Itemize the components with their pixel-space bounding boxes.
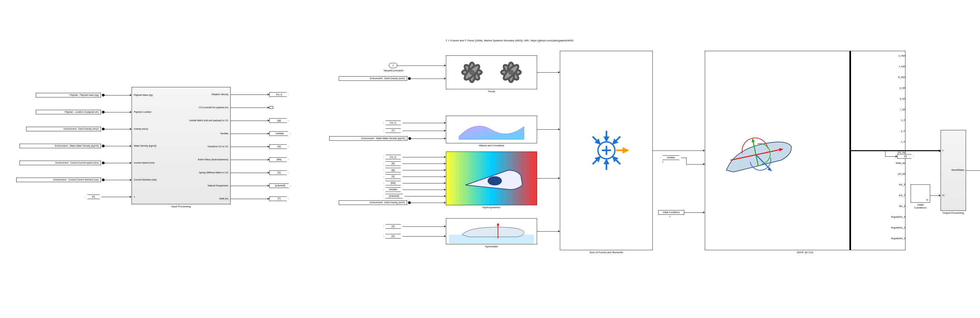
input-processing-label: Input Processing <box>132 205 230 208</box>
from-H-hyd[interactable]: [H] <box>383 161 403 166</box>
thrust-label: Thrust <box>446 90 537 93</box>
ip-out-addedmass: Added Mass (Hydrodynamcis) <box>198 158 228 161</box>
6dof-label: 6DOF (In CO) <box>705 251 905 254</box>
from-T-waves[interactable]: [T] <box>383 128 403 133</box>
ic-port: IC <box>926 199 929 201</box>
const-current-speed[interactable]: Environment . Current.Current speed (m/s… <box>19 161 101 165</box>
const-water-density[interactable]: Environment . Water.Water Density (kg/m3… <box>19 144 101 148</box>
mux-label-u_mps: u_mps <box>801 54 905 57</box>
boat-float-icon <box>446 219 537 244</box>
goto-G[interactable]: [G] <box>269 170 289 175</box>
ip-out-cg: CG corrected for payload (m) <box>199 106 228 108</box>
propeller-icon <box>446 56 537 89</box>
const-payload-mass[interactable]: Payload . Payload mass (kg) <box>36 93 101 97</box>
svg-marker-38 <box>767 167 772 172</box>
const-payload-loc[interactable]: Payload . Location of payload (m) <box>36 110 101 114</box>
mux-label-AngularAcc_Z: AngularAcc_Z <box>801 237 905 240</box>
dot-icon <box>102 145 105 147</box>
from-Inertials-6dof[interactable]: Inertials <box>660 156 681 160</box>
waves-block[interactable]: Waves and Crossflow <box>446 116 537 143</box>
const-gravity-thrust[interactable]: Environment . Earth.Gravity (m/s2) <box>339 76 407 81</box>
bus-line <box>851 150 939 151</box>
from-X-hs[interactable]: [X] <box>383 224 403 229</box>
inertials-down-icon: ⇩ <box>662 161 664 163</box>
from-G-hs[interactable]: [G] <box>383 234 403 238</box>
const-gravity[interactable]: Environment . Earth.Gravity (m/s2) <box>26 127 101 131</box>
ip-in-cs: Current Speed (m/s) <box>134 162 154 164</box>
from-w3w4w5-hyd[interactable]: [w3w4w5] <box>383 194 405 199</box>
const-waterdensity-waves[interactable]: Environment . Water.Water Density (kg/m3… <box>329 136 407 141</box>
mux-label-v_mps: v_mps <box>801 65 905 67</box>
ip-out-spring: Spring Stiffness Matrix in CO <box>199 172 228 174</box>
mux-label-Acc_Y: Acc_Y <box>801 194 905 197</box>
hydrostatic-label: Hydrostatic <box>446 245 537 248</box>
dot-icon <box>102 178 105 181</box>
from-nu-r-waves[interactable]: [nu_r] <box>383 121 403 125</box>
svg-marker-32 <box>624 149 627 153</box>
mux-label-q_rps: q_rps <box>801 97 905 100</box>
ip-out-draft: Draft (m) <box>219 197 228 200</box>
goto-T[interactable]: [T] <box>269 197 289 201</box>
thrust-block[interactable]: Thrust <box>446 56 537 89</box>
svg-marker-15 <box>497 223 499 226</box>
mux-label-w_mps: w_mps <box>801 76 905 78</box>
mux-label-AngularAcc_Y: AngularAcc_Y <box>801 226 905 229</box>
op-out-vs: VesselStates <box>951 169 964 171</box>
from-nu-r-hyd[interactable]: [nu_r] <box>383 155 403 159</box>
terminator-cg[interactable] <box>269 106 273 109</box>
mux-label-psi_rad: psi_rad <box>801 173 905 175</box>
from-X-hyd[interactable]: [X] <box>383 174 403 179</box>
surface-plot-icon <box>446 116 537 143</box>
ip-in-payload-mass: Payload Mass (kg) <box>134 94 153 96</box>
ip-out-relvel: Relative Velocity <box>212 93 228 95</box>
mux-label-Acc_X: Acc_X <box>801 183 905 186</box>
mux-label-x_m: x_m <box>801 119 905 121</box>
mux-label-z_m: z_m <box>801 140 905 143</box>
dot-icon <box>408 201 411 204</box>
mux-label-Acc_Z: Acc_Z <box>801 205 905 207</box>
initial-condition-block[interactable]: IC Initial Condition1 <box>911 184 930 203</box>
sum-label: Sum of Forces and Moments <box>560 251 652 254</box>
op-in-ic: IC <box>942 194 945 197</box>
goto-w3w4w5[interactable]: [w3w4w5] <box>269 183 291 188</box>
ip-out-inertial: Inertial Matrix (hull and payload) in CO <box>189 119 228 121</box>
goto-nu-r[interactable]: [nu_r] <box>269 92 289 97</box>
mux-label-phi_rad: phi_rad <box>801 151 905 153</box>
sum-of-forces-block[interactable]: Sum of Forces and Moments <box>560 51 653 250</box>
mux-label-y_m: y_m <box>801 130 905 132</box>
from-MA-hyd[interactable]: [MA] <box>383 181 403 185</box>
from-Inertials-hyd[interactable]: Inertials <box>383 188 403 192</box>
hydrostatic-block[interactable]: Hydrostatic <box>446 218 537 244</box>
ip-in-gravity: Gravity (m/s2) <box>134 128 148 130</box>
goto-Ig[interactable]: [Ig] <box>269 118 289 123</box>
dot-icon <box>102 111 105 113</box>
svg-marker-30 <box>596 140 601 145</box>
inport-vesselcommand[interactable]: 1 <box>389 63 397 68</box>
svg-point-5 <box>469 70 474 75</box>
mux-label-AngularAcc_X: AngularAcc_X <box>801 216 905 218</box>
const-gravity-hyd[interactable]: Environment . Earth.Gravity (m/s2) <box>339 200 407 205</box>
inport-vesselcommand-label: VesselCommand <box>380 69 406 72</box>
output-processing-block[interactable]: x IC VesselStates Output Processing <box>940 130 966 211</box>
dot-icon <box>409 137 411 140</box>
hydrodynamics-block[interactable]: Hydrodynamics <box>446 151 537 205</box>
sum-circle-icon <box>584 128 629 174</box>
svg-marker-20 <box>605 137 608 141</box>
goto-X-out[interactable]: [X] <box>897 154 913 159</box>
goto-MA[interactable]: [MA] <box>269 157 289 162</box>
input-processing-block[interactable]: Payload Mass (kg) Payload Location Gravi… <box>132 87 231 204</box>
ip-in-wd: Water Density (kg/m3) <box>134 145 156 147</box>
ip-out-transform: Transform CG to CO <box>207 145 228 148</box>
const-current-dir[interactable]: Environment . Current.Current direction … <box>16 178 101 182</box>
output-processing-label: Output Processing <box>941 211 966 215</box>
goto-Inertials[interactable]: Inertials <box>269 131 290 136</box>
goto-H[interactable]: [H] <box>269 144 289 149</box>
from-Ig-hyd[interactable]: [Ig] <box>383 168 403 172</box>
ip-out-natfreq: Natural Frequencies <box>208 184 228 187</box>
dot-icon <box>408 77 411 80</box>
svg-marker-26 <box>605 160 608 164</box>
citation-text: T. I. Fossen and T. Perez (2004). Marine… <box>445 39 574 42</box>
svg-point-11 <box>508 70 514 75</box>
from-X[interactable]: [X] <box>85 194 102 199</box>
const-initial-conditions[interactable]: Initial Conditions <box>658 210 684 215</box>
